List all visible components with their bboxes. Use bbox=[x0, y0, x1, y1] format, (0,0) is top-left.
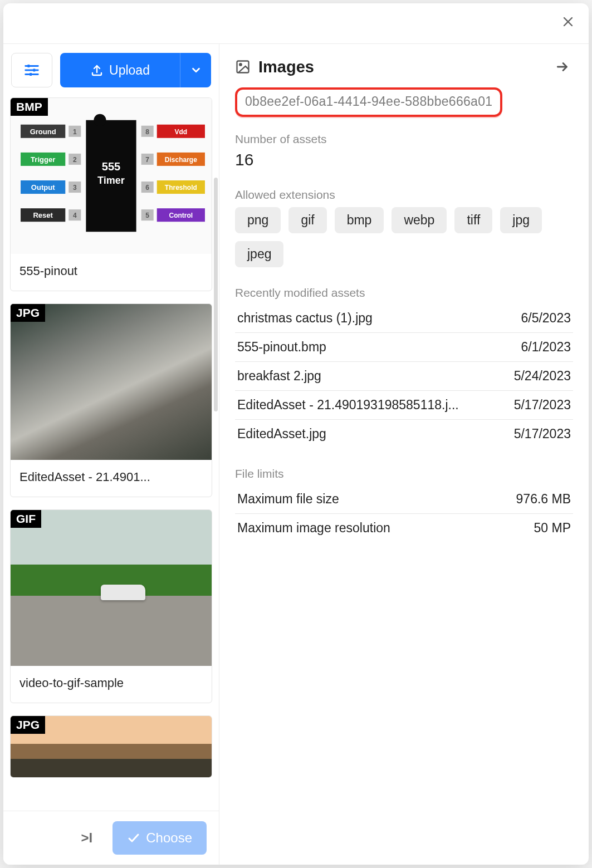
asset-format-badge: JPG bbox=[11, 716, 45, 734]
limits-section: File limits Maximum file size976.6 MBMax… bbox=[235, 467, 573, 542]
limit-row: Maximum image resolution50 MP bbox=[235, 514, 573, 543]
svg-text:7: 7 bbox=[145, 156, 149, 164]
recent-date: 5/24/2023 bbox=[489, 362, 573, 391]
pinout-diagram: 555 Timer Ground1Trigger2Output3Reset4 8… bbox=[11, 98, 212, 254]
asset-format-badge: JPG bbox=[11, 304, 45, 322]
ext-chip: webp bbox=[392, 207, 447, 233]
folder-uuid[interactable]: 0b8ee2ef-06a1-4414-94ee-588bbe666a01 bbox=[245, 94, 492, 109]
arrow-right-icon bbox=[555, 60, 570, 74]
skip-end-icon: >I bbox=[81, 830, 93, 845]
panel-body: Upload BMP 5 bbox=[3, 43, 589, 865]
svg-rect-5 bbox=[28, 65, 30, 67]
num-assets-value: 16 bbox=[235, 150, 573, 169]
scrollbar-thumb[interactable] bbox=[214, 178, 218, 411]
upload-label: Upload bbox=[109, 63, 150, 78]
upload-button-group: Upload bbox=[60, 53, 211, 87]
limits-table: Maximum file size976.6 MBMaximum image r… bbox=[235, 485, 573, 542]
svg-rect-6 bbox=[33, 69, 36, 72]
asset-format-badge: BMP bbox=[11, 98, 48, 116]
recent-name: christmas cactus (1).jpg bbox=[235, 304, 489, 333]
svg-point-46 bbox=[239, 63, 242, 66]
svg-text:1: 1 bbox=[73, 128, 77, 136]
choose-label: Choose bbox=[146, 830, 192, 846]
svg-text:Timer: Timer bbox=[97, 175, 125, 186]
recent-date: 5/17/2023 bbox=[489, 391, 573, 420]
upload-icon bbox=[90, 63, 104, 77]
asset-card[interactable]: JPG EditedAsset - 21.4901... bbox=[10, 303, 212, 497]
title-bar bbox=[3, 3, 589, 43]
svg-text:3: 3 bbox=[73, 184, 77, 192]
allowed-ext-label: Allowed extensions bbox=[235, 188, 573, 202]
ext-chip: gif bbox=[288, 207, 326, 233]
check-icon bbox=[127, 831, 140, 845]
asset-format-badge: GIF bbox=[11, 510, 41, 528]
svg-text:Trigger: Trigger bbox=[31, 155, 55, 164]
svg-text:Vdd: Vdd bbox=[174, 128, 187, 136]
limits-label: File limits bbox=[235, 467, 573, 480]
ext-chip: tiff bbox=[454, 207, 492, 233]
svg-text:Output: Output bbox=[31, 183, 55, 192]
limit-name: Maximum file size bbox=[235, 485, 473, 514]
filter-button[interactable] bbox=[11, 53, 52, 87]
svg-text:555: 555 bbox=[102, 160, 120, 173]
asset-preview: JPG bbox=[11, 304, 212, 460]
asset-card[interactable]: BMP 555 Timer Ground1Trigger2Output3Rese… bbox=[10, 97, 212, 291]
recent-row[interactable]: 555-pinout.bmp6/1/2023 bbox=[235, 333, 573, 362]
asset-name: video-to-gif-sample bbox=[11, 666, 212, 703]
recent-table: christmas cactus (1).jpg6/5/2023555-pino… bbox=[235, 304, 573, 448]
svg-text:5: 5 bbox=[145, 212, 149, 219]
skip-to-end-button[interactable]: >I bbox=[74, 827, 101, 849]
close-button[interactable] bbox=[557, 11, 579, 32]
asset-scroll[interactable]: BMP 555 Timer Ground1Trigger2Output3Rese… bbox=[3, 97, 219, 811]
svg-text:4: 4 bbox=[73, 212, 77, 219]
svg-text:6: 6 bbox=[145, 184, 149, 192]
upload-more-button[interactable] bbox=[180, 53, 211, 87]
svg-text:Threshold: Threshold bbox=[165, 184, 197, 192]
asset-name: EditedAsset - 21.4901... bbox=[11, 460, 212, 497]
ext-chip: jpeg bbox=[235, 241, 283, 267]
details-header: Images bbox=[235, 56, 573, 77]
recent-date: 6/5/2023 bbox=[489, 304, 573, 333]
num-assets-label: Number of assets bbox=[235, 133, 573, 146]
svg-text:Discharge: Discharge bbox=[165, 156, 197, 164]
recent-name: EditedAsset.jpg bbox=[235, 420, 489, 449]
recent-name: 555-pinout.bmp bbox=[235, 333, 489, 362]
ext-chip: bmp bbox=[335, 207, 384, 233]
image-icon bbox=[235, 59, 251, 75]
open-folder-button[interactable] bbox=[552, 56, 573, 77]
svg-text:Ground: Ground bbox=[30, 127, 56, 136]
close-icon bbox=[561, 15, 575, 28]
ext-chip: png bbox=[235, 207, 281, 233]
choose-button[interactable]: Choose bbox=[112, 821, 207, 855]
recent-row[interactable]: EditedAsset.jpg5/17/2023 bbox=[235, 420, 573, 449]
recent-row[interactable]: christmas cactus (1).jpg6/5/2023 bbox=[235, 304, 573, 333]
asset-toolbar: Upload bbox=[3, 44, 219, 97]
asset-name: 555-pinout bbox=[11, 254, 212, 291]
svg-text:Control: Control bbox=[169, 212, 193, 219]
recent-date: 6/1/2023 bbox=[489, 333, 573, 362]
asset-card[interactable]: GIF video-to-gif-sample bbox=[10, 509, 212, 703]
recent-row[interactable]: breakfast 2.jpg5/24/2023 bbox=[235, 362, 573, 391]
recent-name: EditedAsset - 21.490193198585118.j... bbox=[235, 391, 489, 420]
svg-text:8: 8 bbox=[145, 128, 149, 136]
asset-list-pane: Upload BMP 5 bbox=[3, 44, 219, 865]
limit-value: 976.6 MB bbox=[473, 485, 573, 514]
num-assets-section: Number of assets 16 bbox=[235, 133, 573, 169]
recent-label: Recently modified assets bbox=[235, 286, 573, 300]
svg-text:2: 2 bbox=[73, 156, 77, 164]
recent-row[interactable]: EditedAsset - 21.490193198585118.j...5/1… bbox=[235, 391, 573, 420]
recent-date: 5/17/2023 bbox=[489, 420, 573, 449]
allowed-ext-section: Allowed extensions pnggifbmpwebptiffjpgj… bbox=[235, 188, 573, 267]
svg-point-10 bbox=[94, 114, 106, 126]
upload-button[interactable]: Upload bbox=[60, 53, 180, 87]
asset-preview: BMP 555 Timer Ground1Trigger2Output3Rese… bbox=[11, 98, 212, 254]
chevron-down-icon bbox=[190, 64, 202, 76]
sliders-icon bbox=[23, 62, 40, 79]
allowed-ext-chips: pnggifbmpwebptiffjpgjpeg bbox=[235, 207, 573, 267]
svg-text:Reset: Reset bbox=[33, 211, 53, 219]
details-pane: Images 0b8ee2ef-06a1-4414-94ee-588bbe666… bbox=[219, 44, 589, 865]
recent-name: breakfast 2.jpg bbox=[235, 362, 489, 391]
asset-card[interactable]: JPG bbox=[10, 715, 212, 778]
svg-rect-7 bbox=[30, 73, 32, 76]
ext-chip: jpg bbox=[500, 207, 542, 233]
